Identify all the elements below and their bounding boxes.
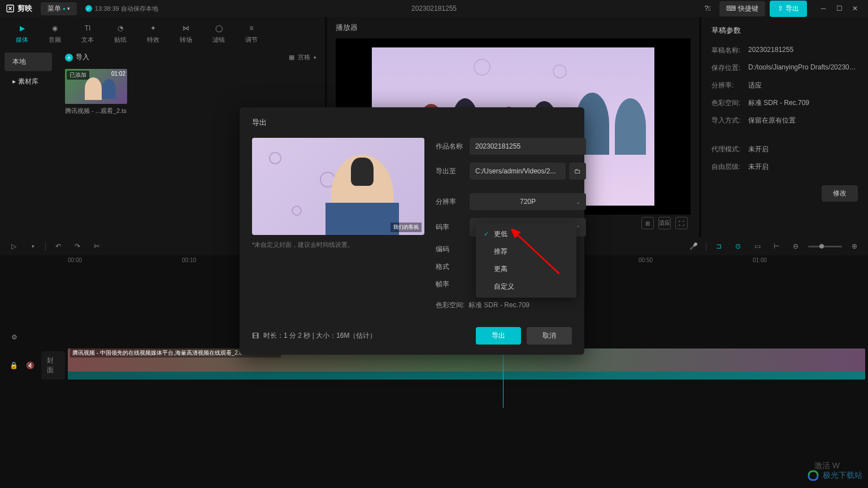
bitrate-dropdown: ✓更低 推荐 更高 自定义	[476, 223, 576, 298]
param-row: 草稿名称:202302181255	[711, 46, 858, 55]
minimize-button[interactable]: ─	[816, 1, 831, 16]
tab-effect[interactable]: ✦特效	[142, 21, 164, 48]
redo-icon[interactable]: ↷	[71, 239, 84, 253]
settings-icon[interactable]: ⚙	[8, 332, 20, 343]
ratio-button[interactable]: 适应	[658, 217, 671, 229]
export-icon: ⇧	[778, 5, 783, 12]
cancel-button[interactable]: 取消	[527, 327, 572, 345]
project-name-input[interactable]	[470, 138, 586, 155]
mute-icon[interactable]: 🔇	[25, 360, 36, 371]
param-row: 分辨率:适应	[711, 81, 858, 90]
audio-waveform	[68, 372, 865, 380]
dropdown-option-recommended[interactable]: 推荐	[476, 243, 576, 260]
app-name: 剪映	[18, 3, 32, 14]
check-icon: ✓	[85, 5, 92, 12]
sticker-icon: ◔	[115, 23, 126, 34]
tab-transition[interactable]: ⋈转场	[175, 21, 197, 48]
media-sidebar: 本地 ▸素材库	[0, 48, 57, 237]
watermark: 极光下载站	[806, 469, 862, 482]
tab-text[interactable]: TI文本	[77, 21, 98, 48]
folder-button[interactable]: 🗀	[569, 163, 586, 180]
dropdown-option-lower[interactable]: ✓更低	[476, 225, 576, 243]
audio-icon: ◉	[49, 23, 60, 34]
align-icon[interactable]: ⊢	[770, 239, 783, 253]
dialog-title: 导出	[252, 117, 572, 128]
tab-media[interactable]: ▶媒体	[11, 21, 33, 48]
titlebar: 剪映 菜单 ● ▾ ✓ 13:38:39 自动保存本地 202302181255…	[0, 0, 868, 17]
added-badge: 已添加	[67, 71, 89, 80]
link-icon[interactable]: ⊙	[731, 239, 745, 253]
folder-icon: 🗀	[574, 167, 581, 175]
clip-name: 腾讯视频 - ...观看_2.ts	[65, 107, 127, 115]
tab-audio[interactable]: ◉音频	[44, 21, 66, 48]
media-icon: ▶	[16, 23, 28, 34]
colorspace-info: 色彩空间: 标准 SDR - Rec.709	[436, 300, 586, 310]
close-button[interactable]: ✕	[848, 1, 862, 16]
undo-icon[interactable]: ↶	[51, 239, 65, 253]
chevron-down-icon: ⌄	[576, 199, 580, 205]
zoom-slider[interactable]	[808, 246, 842, 247]
modify-button[interactable]: 修改	[822, 185, 858, 202]
dialog-hint: *未自定义封面，建议去时间线设置。	[252, 241, 424, 249]
sidebar-item-library[interactable]: ▸素材库	[5, 72, 52, 91]
film-icon: 🎞	[252, 332, 259, 340]
logo-icon	[6, 4, 15, 13]
project-title: 202302181255	[411, 5, 457, 12]
tab-sticker[interactable]: ◔贴纸	[110, 21, 131, 48]
properties-panel: 草稿参数 草稿名称:202302181255 保存位置:D:/tools/Jia…	[701, 17, 868, 237]
split-icon[interactable]: ✄	[90, 239, 103, 253]
menu-button[interactable]: 菜单 ● ▾	[41, 2, 77, 15]
cover-button[interactable]: 封面	[41, 351, 66, 380]
adjust-icon: ≡	[246, 23, 257, 34]
param-row: 自由层级:未开启	[711, 162, 858, 172]
zoom-in-icon[interactable]: ⊕	[848, 239, 861, 253]
zoom-out-icon[interactable]: ⊖	[789, 239, 802, 253]
sidebar-item-local[interactable]: 本地	[5, 53, 52, 71]
export-path-input[interactable]	[470, 163, 566, 180]
export-info: 🎞 时长：1 分 2 秒 | 大小：16M（估计）	[252, 331, 376, 341]
param-row: 色彩空间:标准 SDR - Rec.709	[711, 98, 858, 108]
params-title: 草稿参数	[711, 25, 858, 36]
tab-filter[interactable]: ◯滤镜	[208, 21, 229, 48]
chevron-down-icon[interactable]: ▾	[26, 239, 40, 253]
media-clip[interactable]: 已添加 01:02 腾讯视频 - ...观看_2.ts	[65, 69, 127, 115]
plus-icon: +	[65, 54, 73, 62]
export-preview: 我们的客栈	[252, 138, 424, 235]
dropdown-option-higher[interactable]: 更高	[476, 260, 576, 278]
pointer-tool-icon[interactable]: ▷	[7, 239, 20, 253]
help-icon[interactable]: ?⃝	[700, 1, 715, 16]
fullscreen-icon[interactable]: ⛶	[675, 217, 688, 229]
effect-icon: ✦	[147, 23, 159, 34]
text-icon: TI	[82, 23, 93, 34]
clip-duration: 01:02	[111, 71, 125, 77]
compare-icon[interactable]: ⊞	[641, 217, 654, 229]
preview-icon[interactable]: ▭	[750, 239, 764, 253]
keyboard-icon: ⌨	[726, 5, 736, 12]
param-row: 代理模式:未开启	[711, 145, 858, 154]
check-icon: ✓	[484, 230, 491, 238]
resolution-select[interactable]: 720P⌄	[470, 193, 586, 210]
filter-icon: ◯	[213, 23, 224, 34]
shortcut-button[interactable]: ⌨ 快捷键	[719, 1, 765, 16]
player-title: 播放器	[336, 23, 691, 33]
grid-icon: ▦	[289, 54, 294, 61]
dropdown-option-custom[interactable]: 自定义	[476, 278, 576, 295]
export-button-top[interactable]: ⇧ 导出	[770, 1, 807, 17]
chevron-up-icon: ⌃	[576, 224, 580, 230]
transition-icon: ⋈	[180, 23, 192, 34]
mic-icon[interactable]: 🎤	[687, 239, 700, 253]
magnet-icon[interactable]: ⊐	[712, 239, 726, 253]
autosave-status: ✓ 13:38:39 自动保存本地	[85, 5, 158, 13]
export-confirm-button[interactable]: 导出	[476, 327, 521, 345]
tab-adjust[interactable]: ≡调节	[241, 21, 262, 48]
maximize-button[interactable]: ☐	[832, 1, 847, 16]
param-row: 导入方式:保留在原有位置	[711, 116, 858, 125]
watermark-icon	[806, 469, 820, 482]
view-options[interactable]: ▦ 宫格 ▾	[289, 53, 316, 62]
param-row: 保存位置:D:/tools/JianyingPro Drafts/2023021…	[711, 63, 858, 73]
lock-icon[interactable]: 🔒	[8, 360, 19, 371]
app-logo: 剪映	[6, 3, 32, 14]
category-tabs: ▶媒体 ◉音频 TI文本 ◔贴纸 ✦特效 ⋈转场 ◯滤镜 ≡调节	[0, 17, 325, 48]
import-button[interactable]: + 导入	[65, 53, 89, 62]
